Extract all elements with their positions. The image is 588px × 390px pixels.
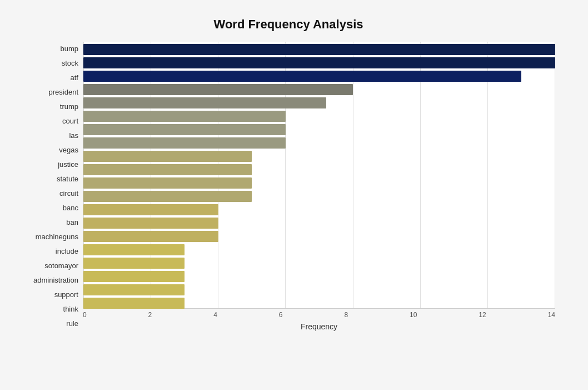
bar-row xyxy=(83,297,555,310)
y-label: atf xyxy=(71,71,78,85)
y-label: court xyxy=(62,114,78,129)
x-axis-label: Frequency xyxy=(83,322,555,331)
bar xyxy=(83,298,185,309)
y-label: banc xyxy=(63,201,78,215)
bar-row xyxy=(83,123,555,136)
y-label: trump xyxy=(60,100,78,114)
y-label: stock xyxy=(62,56,78,71)
x-tick: 10 xyxy=(410,311,417,319)
y-label: las xyxy=(69,129,78,143)
bar-row xyxy=(83,56,555,70)
bar xyxy=(83,271,185,282)
bars-and-x: 02468101214 Frequency xyxy=(83,42,555,331)
bar xyxy=(83,44,555,55)
bar xyxy=(83,71,521,82)
y-label: justice xyxy=(58,157,78,172)
x-tick: 14 xyxy=(548,311,555,319)
bar-row xyxy=(83,136,555,150)
bar-row xyxy=(83,283,555,297)
x-tick: 2 xyxy=(148,311,152,319)
bar xyxy=(83,57,555,68)
bar-row xyxy=(83,230,555,243)
bars-area xyxy=(83,42,555,309)
bar xyxy=(83,218,218,229)
y-label: support xyxy=(54,288,78,302)
y-label: think xyxy=(63,302,78,317)
y-label: rule xyxy=(66,317,78,331)
x-axis: 02468101214 xyxy=(83,311,555,319)
bar xyxy=(83,244,185,255)
x-tick: 8 xyxy=(344,311,348,319)
bar-row xyxy=(83,110,555,123)
bar xyxy=(83,97,326,108)
bar-row xyxy=(83,190,555,203)
y-axis: bumpstockatfpresidenttrumpcourtlasvegasj… xyxy=(22,42,83,331)
x-tick: 6 xyxy=(279,311,283,319)
bar xyxy=(83,137,286,149)
y-label: bump xyxy=(60,42,78,56)
bars-rows xyxy=(83,42,555,308)
bar-row xyxy=(83,96,555,110)
bar xyxy=(83,284,185,295)
bar xyxy=(83,177,252,189)
bar xyxy=(83,258,185,269)
bar-row xyxy=(83,70,555,83)
bar-row xyxy=(83,163,555,176)
y-label: vegas xyxy=(59,143,78,157)
bar xyxy=(83,204,218,215)
y-label: administration xyxy=(33,273,78,288)
x-tick: 4 xyxy=(213,311,217,319)
bar-row xyxy=(83,150,555,163)
y-label: president xyxy=(49,85,78,100)
bar xyxy=(83,164,252,175)
y-label: ban xyxy=(66,215,78,230)
bar xyxy=(83,111,286,122)
bar-row xyxy=(83,83,555,96)
bar-row xyxy=(83,216,555,230)
bar xyxy=(83,151,252,162)
y-label: machineguns xyxy=(36,230,78,244)
bar xyxy=(83,231,218,242)
bar xyxy=(83,124,286,135)
bar-row xyxy=(83,43,555,56)
bar xyxy=(83,191,252,202)
bar-row xyxy=(83,243,555,256)
chart-area: bumpstockatfpresidenttrumpcourtlasvegasj… xyxy=(22,42,555,331)
chart-container: Word Frequency Analysis bumpstockatfpres… xyxy=(11,6,577,384)
x-tick: 12 xyxy=(479,311,486,319)
y-label: include xyxy=(56,244,78,259)
bar-row xyxy=(83,176,555,190)
bar xyxy=(83,84,353,95)
bar-row xyxy=(83,270,555,283)
y-label: circuit xyxy=(59,186,78,201)
x-tick: 0 xyxy=(83,311,87,319)
bar-row xyxy=(83,256,555,270)
bar-row xyxy=(83,203,555,216)
y-label: sotomayor xyxy=(44,259,78,273)
chart-title: Word Frequency Analysis xyxy=(22,17,555,32)
y-label: statute xyxy=(57,172,78,186)
